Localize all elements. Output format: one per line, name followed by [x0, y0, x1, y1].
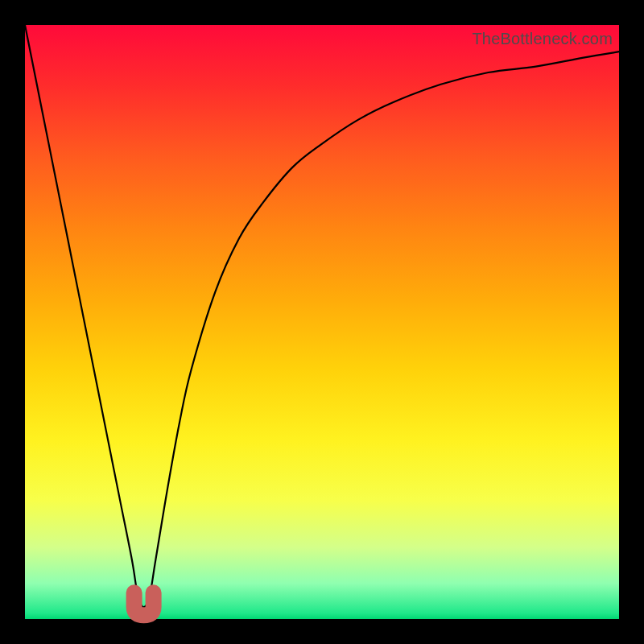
plot-area: TheBottleneck.com — [25, 25, 619, 619]
bottleneck-curve — [25, 25, 619, 607]
chart-frame: TheBottleneck.com — [0, 0, 644, 644]
curve-layer — [25, 25, 619, 619]
minimum-nub — [134, 592, 154, 615]
